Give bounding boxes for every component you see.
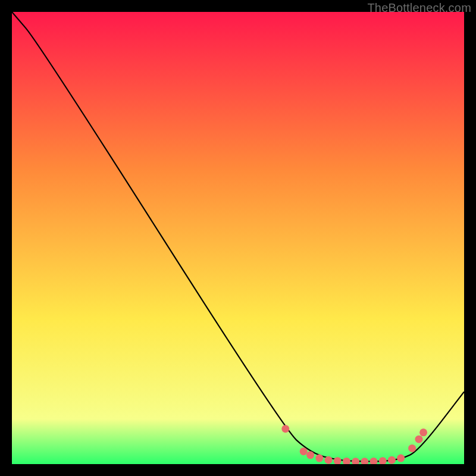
- data-marker: [315, 455, 323, 462]
- data-marker: [306, 451, 314, 459]
- chart-container: TheBottleneck.com: [0, 0, 476, 476]
- data-marker: [300, 447, 308, 455]
- watermark-text: TheBottleneck.com: [367, 1, 471, 15]
- data-marker: [325, 456, 333, 464]
- chart-svg: [12, 12, 464, 464]
- data-marker: [281, 425, 289, 433]
- gradient-background: [12, 12, 464, 464]
- data-marker: [388, 456, 396, 464]
- data-marker: [415, 436, 423, 443]
- data-marker: [408, 444, 416, 452]
- data-marker: [419, 428, 427, 436]
- data-marker: [397, 455, 405, 462]
- plot-area: [12, 12, 464, 464]
